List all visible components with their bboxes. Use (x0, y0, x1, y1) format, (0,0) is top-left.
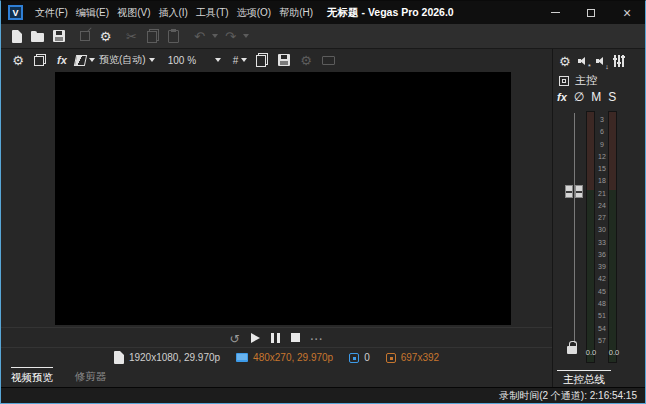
grid-overlay-button[interactable]: # (231, 50, 249, 70)
menu-tools[interactable]: 工具(T) (192, 1, 233, 24)
gear-icon: ⚙ (300, 54, 312, 67)
gear-icon: ⚙ (12, 54, 24, 67)
preview-quality-label: 预览(自动) (99, 53, 146, 67)
paste-button[interactable] (163, 26, 184, 47)
preview-settings-button[interactable]: ⚙ (9, 50, 27, 70)
chevron-down-icon (212, 34, 218, 38)
copy-snapshot-icon (256, 53, 268, 67)
insert-assignable-fx-button[interactable]: * (577, 55, 589, 67)
statusbar: 录制时间(2 个通道): 2:16:54:15 (1, 387, 645, 404)
frames-dropped-item: 0 (349, 352, 370, 363)
copy-button[interactable] (142, 26, 163, 47)
menu-file[interactable]: 文件(F) (31, 1, 72, 24)
save-snapshot-button[interactable] (275, 50, 293, 70)
minimize-button[interactable] (537, 1, 573, 24)
video-display (55, 72, 511, 325)
save-icon (53, 30, 65, 42)
menu-help[interactable]: 帮助(H) (275, 1, 317, 24)
menu-view[interactable]: 视图(V) (113, 1, 154, 24)
main-area: ⚙ fx 预览(自动) 100 % # ⚙ ↺ (1, 49, 645, 387)
chevron-down-icon (149, 58, 155, 62)
window-title: 无标题 - Vegas Pro 2026.0 (327, 6, 454, 20)
lock-icon[interactable] (567, 346, 577, 354)
loop-playback-button[interactable]: ↺ (229, 329, 239, 347)
maximize-icon (587, 9, 595, 17)
render-as-button[interactable] (74, 26, 95, 47)
project-format-value: 1920x1080, 29.970p (129, 352, 220, 363)
save-snapshot-icon (278, 54, 290, 66)
frame-selection-icon (349, 353, 359, 363)
chevron-down-icon (215, 58, 221, 62)
transport-more-button[interactable]: ··· (311, 329, 324, 347)
meter-scale-label: 45 (595, 288, 609, 295)
menu-edit[interactable]: 编辑(E) (72, 1, 113, 24)
tab-trimmer[interactable]: 修剪器 (75, 367, 107, 384)
close-button[interactable]: × (609, 1, 645, 24)
maximize-button[interactable] (573, 1, 609, 24)
automation-button[interactable]: ∅ (574, 90, 584, 104)
volume-fader-track[interactable] (574, 113, 575, 343)
fader-thumb-left (565, 185, 573, 198)
scissors-icon: ✂ (126, 30, 137, 43)
video-output-fx-button[interactable]: fx (53, 50, 71, 70)
meter-right-value[interactable]: 0.0 (606, 348, 622, 357)
preview-device-button[interactable] (31, 50, 49, 70)
zoom-level-value[interactable]: 100 % (168, 50, 196, 70)
zoom-level-label: 100 % (168, 55, 196, 66)
tab-video-preview[interactable]: 视频预览 (11, 367, 53, 385)
video-preview-panel: ⚙ fx 预览(自动) 100 % # ⚙ ↺ (1, 49, 553, 387)
meter-left-value[interactable]: 0.0 (583, 348, 599, 357)
undo-icon: ↶ (194, 30, 205, 43)
master-bus-panel: ⚙ * ↓ 主控 fx ∅ M S 3691215182 (553, 49, 645, 387)
meter-scale-label: 33 (595, 239, 609, 246)
solo-button[interactable]: S (608, 90, 616, 104)
copy-icon (147, 29, 159, 43)
display-size-icon (386, 353, 396, 363)
insert-bus-button[interactable]: ↓ (595, 55, 607, 67)
mixer-settings-button[interactable]: ⚙ (559, 52, 571, 70)
new-project-button[interactable] (6, 26, 27, 47)
redo-dropdown-button[interactable] (241, 26, 251, 47)
save-project-button[interactable] (48, 26, 69, 47)
project-properties-button[interactable]: ⚙ (95, 26, 116, 47)
external-monitor-button[interactable]: ⚙ (297, 50, 315, 70)
volume-fader-handle[interactable] (565, 185, 583, 198)
app-window: V 文件(F) 编辑(E) 视图(V) 插入(I) 工具(T) 选项(O) 帮助… (0, 0, 646, 404)
play-button[interactable] (251, 333, 260, 343)
preview-status-row: 1920x1080, 29.970p 480x270, 29.970p 0 69… (1, 347, 552, 367)
meter-scale-label: 24 (595, 202, 609, 209)
project-file-icon (114, 351, 124, 364)
minimize-icon (551, 12, 560, 13)
bus-fx-button[interactable]: fx (557, 92, 567, 103)
tab-master-bus[interactable]: 主控总线 (557, 370, 611, 387)
meter-scale-label: 39 (595, 263, 609, 270)
channel-strip-view-button[interactable] (613, 55, 625, 67)
display-size-value: 697x392 (401, 352, 439, 363)
fader-thumb-right (575, 185, 583, 198)
copy-snapshot-button[interactable] (253, 50, 271, 70)
loop-icon: ↺ (229, 332, 239, 346)
zoom-dropdown-button[interactable] (209, 50, 227, 70)
down-arrow-icon: ↓ (605, 63, 609, 70)
display-toggle-button[interactable] (319, 50, 337, 70)
menu-options[interactable]: 选项(O) (233, 1, 275, 24)
meter-scale-label: 36 (595, 251, 609, 258)
menu-insert[interactable]: 插入(I) (154, 1, 191, 24)
vegas-logo-icon: V (8, 5, 23, 20)
stop-button[interactable] (291, 333, 300, 342)
redo-button[interactable]: ↷ (220, 26, 241, 47)
open-project-button[interactable] (27, 26, 48, 47)
undo-dropdown-button[interactable] (210, 26, 220, 47)
master-bus-header: 主控 (559, 73, 597, 88)
meter-scale-label: 27 (595, 214, 609, 221)
preview-quality-dropdown[interactable]: 预览(自动) (99, 50, 155, 70)
frames-dropped-value: 0 (364, 352, 370, 363)
mute-button[interactable]: M (591, 90, 601, 104)
record-time-label: 录制时间(2 个通道): 2:16:54:15 (499, 389, 637, 403)
undo-button[interactable]: ↶ (189, 26, 210, 47)
pause-button[interactable] (271, 333, 280, 343)
bus-name-label: 主控 (575, 73, 597, 88)
cut-button[interactable]: ✂ (121, 26, 142, 47)
meter-scale-label: 42 (595, 275, 609, 282)
pan-crop-button[interactable] (75, 50, 95, 70)
